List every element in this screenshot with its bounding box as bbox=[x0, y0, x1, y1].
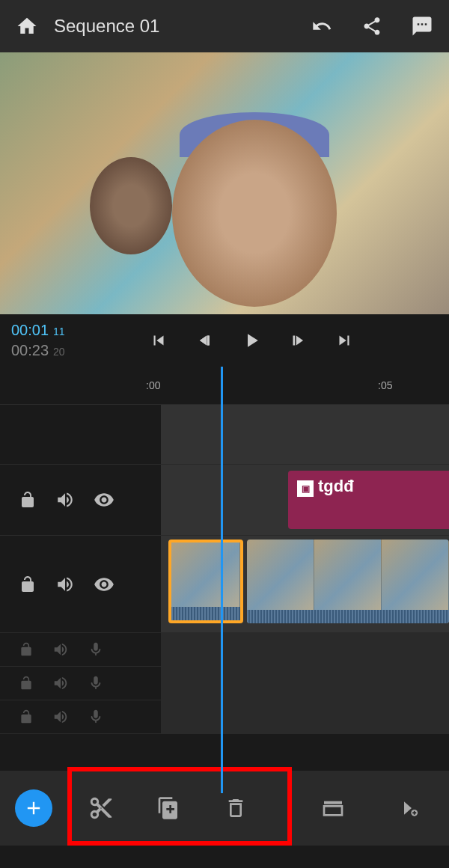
track-spacer-top bbox=[0, 404, 449, 464]
home-button[interactable] bbox=[15, 14, 39, 38]
svg-rect-0 bbox=[207, 336, 210, 346]
duplicate-button[interactable] bbox=[142, 782, 195, 834]
track-audio-header bbox=[0, 709, 161, 725]
header-actions bbox=[310, 14, 434, 38]
timeline-ruler[interactable]: :00 :05 bbox=[0, 367, 449, 404]
mic-icon[interactable] bbox=[88, 641, 104, 658]
playback-controls bbox=[65, 328, 438, 352]
lock-icon[interactable] bbox=[19, 676, 34, 691]
total-frames: 20 bbox=[53, 346, 65, 358]
volume-icon[interactable] bbox=[55, 490, 75, 510]
view-tools[interactable] bbox=[307, 782, 434, 834]
step-back-button[interactable] bbox=[193, 328, 217, 352]
video-clip-selected[interactable] bbox=[168, 540, 243, 623]
lock-icon[interactable] bbox=[19, 709, 34, 724]
svg-rect-3 bbox=[324, 806, 342, 815]
track-audio-header bbox=[0, 641, 161, 658]
track-video-header bbox=[0, 574, 161, 595]
bottom-toolbar bbox=[0, 771, 449, 846]
app-header: Sequence 01 bbox=[0, 0, 449, 52]
volume-icon[interactable] bbox=[55, 575, 75, 594]
text-clip-badge-icon: ▣ bbox=[297, 480, 314, 497]
play-button[interactable] bbox=[239, 328, 263, 352]
waveform bbox=[247, 610, 449, 623]
visibility-icon[interactable] bbox=[94, 574, 114, 595]
comment-button[interactable] bbox=[410, 14, 434, 38]
video-clip[interactable] bbox=[247, 540, 449, 623]
visibility-icon[interactable] bbox=[94, 489, 114, 510]
track-audio-3 bbox=[0, 700, 449, 733]
current-frames: 11 bbox=[53, 326, 65, 337]
total-time: 00:23 bbox=[11, 342, 49, 359]
track-audio-1 bbox=[0, 632, 449, 666]
timecode-display: 00:01 11 00:23 20 bbox=[11, 322, 65, 359]
ruler-tick-05: :05 bbox=[378, 379, 392, 391]
svg-rect-1 bbox=[293, 336, 295, 346]
svg-rect-2 bbox=[324, 801, 342, 804]
track-text: ▣tgdđ bbox=[0, 464, 449, 535]
track-video bbox=[0, 535, 449, 632]
track-audio-2 bbox=[0, 666, 449, 700]
lock-icon[interactable] bbox=[19, 491, 37, 509]
volume-icon[interactable] bbox=[52, 675, 69, 691]
mic-icon[interactable] bbox=[88, 675, 104, 691]
track-text-header bbox=[0, 489, 161, 510]
mic-icon[interactable] bbox=[88, 709, 104, 725]
tracks-button[interactable] bbox=[307, 782, 359, 834]
volume-icon[interactable] bbox=[52, 641, 69, 658]
step-forward-button[interactable] bbox=[286, 328, 310, 352]
timeline: ▣tgdđ bbox=[0, 404, 449, 733]
preview-frame bbox=[0, 52, 449, 314]
volume-icon[interactable] bbox=[52, 709, 69, 725]
text-clip-label: tgdđ bbox=[318, 477, 354, 495]
lock-icon[interactable] bbox=[19, 575, 37, 593]
go-to-end-button[interactable] bbox=[332, 328, 356, 352]
current-time: 00:01 bbox=[11, 322, 49, 339]
sequence-title: Sequence 01 bbox=[54, 16, 295, 37]
spacer bbox=[0, 733, 449, 771]
insert-button[interactable] bbox=[382, 782, 434, 834]
cut-button[interactable] bbox=[75, 782, 127, 834]
playhead[interactable] bbox=[221, 367, 223, 793]
add-button[interactable] bbox=[15, 789, 52, 827]
go-to-start-button[interactable] bbox=[147, 328, 171, 352]
delete-button[interactable] bbox=[210, 782, 262, 834]
ruler-tick-00: :00 bbox=[146, 379, 160, 391]
video-preview[interactable] bbox=[0, 52, 449, 314]
playback-bar: 00:01 11 00:23 20 bbox=[0, 314, 449, 367]
track-audio-header bbox=[0, 675, 161, 691]
share-button[interactable] bbox=[360, 14, 384, 38]
lock-icon[interactable] bbox=[19, 642, 34, 657]
text-clip[interactable]: ▣tgdđ bbox=[288, 471, 449, 529]
edit-tools bbox=[75, 782, 262, 834]
waveform bbox=[171, 607, 240, 620]
undo-button[interactable] bbox=[310, 14, 334, 38]
